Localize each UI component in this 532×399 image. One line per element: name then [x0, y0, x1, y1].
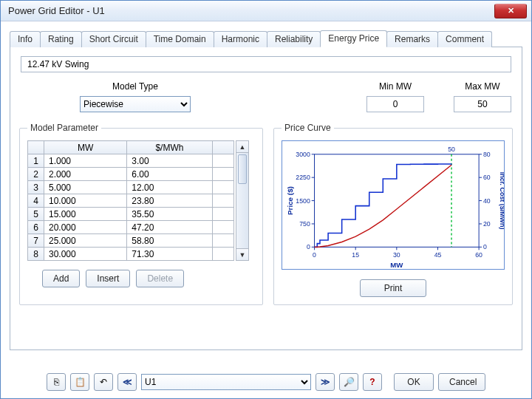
cancel-button[interactable]: Cancel	[438, 373, 485, 391]
cell-mw[interactable]: 2.000	[44, 168, 127, 181]
table-row[interactable]: 725.00058.80	[28, 234, 234, 248]
tab-harmonic[interactable]: Harmonic	[214, 31, 267, 47]
element-selector[interactable]: U1	[141, 374, 311, 390]
cell-price[interactable]: 23.80	[127, 194, 212, 208]
tab-energy-price[interactable]: Energy Price	[320, 30, 387, 47]
cell-price[interactable]: 71.30	[127, 248, 212, 261]
mw-table[interactable]: MW$/MWh11.0003.0022.0006.0035.00012.0041…	[27, 140, 234, 261]
scroll-down-icon[interactable]: ▼	[236, 248, 248, 260]
row-index[interactable]: 4	[28, 194, 44, 208]
cell-empty[interactable]	[212, 154, 233, 168]
max-mw-col: Max MW	[454, 81, 511, 112]
tab-info[interactable]: Info	[10, 31, 41, 47]
scroll-thumb[interactable]	[238, 154, 247, 184]
svg-text:20: 20	[483, 220, 491, 228]
svg-text:3000: 3000	[296, 151, 310, 158]
cell-empty[interactable]	[212, 194, 233, 208]
delete-button: Delete	[136, 270, 184, 287]
row-index[interactable]: 6	[28, 221, 44, 234]
cell-price[interactable]: 3.00	[127, 154, 212, 168]
cell-mw[interactable]: 5.000	[44, 181, 127, 194]
table-row[interactable]: 410.00023.80	[28, 194, 234, 208]
table-row[interactable]: 620.00047.20	[28, 221, 234, 234]
model-type-label: Model Type	[112, 81, 158, 92]
row-index[interactable]: 2	[28, 168, 44, 181]
table-row[interactable]: 35.00012.00	[28, 181, 234, 194]
min-mw-label: Min MW	[379, 81, 412, 92]
table-row[interactable]: 515.00035.50	[28, 208, 234, 221]
svg-text:60: 60	[483, 174, 491, 181]
swing-info: 12.47 kV Swing	[21, 56, 511, 72]
copy-icon[interactable]: ⎘	[47, 373, 66, 391]
cell-empty[interactable]	[212, 221, 233, 234]
add-button[interactable]: Add	[42, 270, 80, 287]
table-row[interactable]: 830.00071.30	[28, 248, 234, 261]
swing-text: 12.47 kV Swing	[27, 59, 89, 69]
svg-text:40: 40	[483, 197, 491, 204]
row-index[interactable]: 1	[28, 154, 44, 168]
table-header: MW	[44, 141, 127, 154]
tab-time-domain[interactable]: Time Domain	[146, 31, 214, 47]
price-curve-group: Price Curve 0153045600750150022503000020…	[273, 123, 513, 305]
scroll-up-icon[interactable]: ▲	[236, 141, 248, 153]
window-title: Power Grid Editor - U1	[8, 5, 494, 16]
bottom-bar: ⎘ 📋 ↶ ≪ U1 ≫ 🔎 ? OK Cancel	[1, 373, 531, 391]
cell-empty[interactable]	[212, 234, 233, 248]
print-row: Print	[282, 279, 505, 297]
row-index[interactable]: 5	[28, 208, 44, 221]
panels: Model Parameter MW$/MWh11.0003.0022.0006…	[19, 123, 513, 305]
svg-text:60: 60	[475, 251, 482, 259]
cell-mw[interactable]: 30.000	[44, 248, 127, 261]
cell-price[interactable]: 12.00	[127, 181, 212, 194]
cell-price[interactable]: 58.80	[127, 234, 212, 248]
ok-button[interactable]: OK	[394, 373, 434, 391]
cell-empty[interactable]	[212, 248, 233, 261]
cell-mw[interactable]: 25.000	[44, 234, 127, 248]
row-index[interactable]: 3	[28, 181, 44, 194]
table-scrollbar[interactable]: ▲ ▼	[236, 140, 249, 261]
svg-text:MW: MW	[390, 261, 403, 269]
find-icon[interactable]: 🔎	[339, 373, 358, 391]
svg-text:30: 30	[393, 251, 400, 259]
cell-mw[interactable]: 1.000	[44, 154, 127, 168]
help-icon[interactable]: ?	[363, 373, 382, 391]
table-row[interactable]: 11.0003.00	[28, 154, 234, 168]
print-button[interactable]: Print	[360, 279, 426, 297]
model-type-select[interactable]: Piecewise	[80, 96, 191, 112]
model-type-col: Model Type Piecewise	[80, 81, 191, 112]
table-header	[212, 141, 233, 154]
cell-mw[interactable]: 20.000	[44, 221, 127, 234]
last-icon[interactable]: ≫	[316, 373, 335, 391]
tab-comment[interactable]: Comment	[437, 31, 492, 47]
cell-price[interactable]: 6.00	[127, 168, 212, 181]
cell-price[interactable]: 35.50	[127, 208, 212, 221]
scroll-track[interactable]	[236, 153, 248, 248]
svg-text:0: 0	[307, 243, 310, 250]
table-wrap: MW$/MWh11.0003.0022.0006.0035.00012.0041…	[27, 140, 255, 261]
tabstrip: InfoRatingShort CircuitTime DomainHarmon…	[10, 29, 522, 47]
tab-remarks[interactable]: Remarks	[386, 31, 438, 47]
undo-icon[interactable]: ↶	[94, 373, 113, 391]
minmax-group: Min MW Max MW	[366, 81, 511, 112]
top-row: Model Type Piecewise Min MW Max MW	[21, 81, 511, 112]
cell-mw[interactable]: 15.000	[44, 208, 127, 221]
paste-icon[interactable]: 📋	[70, 373, 89, 391]
close-icon[interactable]: ✕	[494, 4, 527, 18]
cell-price[interactable]: 47.20	[127, 221, 212, 234]
tab-short-circuit[interactable]: Short Circuit	[81, 31, 146, 47]
model-buttons: Add Insert Delete	[27, 270, 255, 287]
tab-rating[interactable]: Rating	[40, 31, 82, 47]
model-parameter-group: Model Parameter MW$/MWh11.0003.0022.0006…	[19, 123, 263, 305]
insert-button[interactable]: Insert	[86, 270, 130, 287]
cell-empty[interactable]	[212, 168, 233, 181]
min-mw-input[interactable]	[366, 96, 424, 112]
cell-empty[interactable]	[212, 181, 233, 194]
max-mw-input[interactable]	[454, 96, 511, 112]
table-row[interactable]: 22.0006.00	[28, 168, 234, 181]
row-index[interactable]: 8	[28, 248, 44, 261]
tab-reliability[interactable]: Reliability	[267, 31, 321, 47]
cell-mw[interactable]: 10.000	[44, 194, 127, 208]
cell-empty[interactable]	[212, 208, 233, 221]
first-icon[interactable]: ≪	[117, 373, 137, 391]
row-index[interactable]: 7	[28, 234, 44, 248]
